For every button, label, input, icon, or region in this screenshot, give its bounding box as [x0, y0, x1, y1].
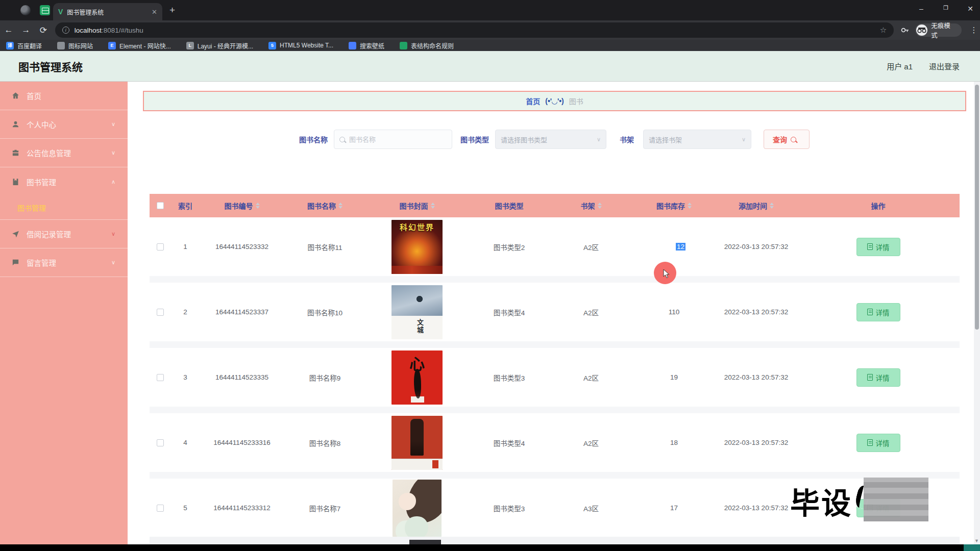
select-all-checkbox[interactable]: [157, 202, 164, 209]
cell-book-name: 图书名称10: [284, 307, 365, 317]
row-separator: [150, 276, 960, 283]
cell-book-name: 图书名称9: [284, 372, 365, 383]
row-checkbox[interactable]: [157, 505, 164, 512]
cell-index: 4: [171, 439, 200, 446]
screen: V 图书管理系统 ✕ + – ❐ ✕ ← → ⟳ i localhost :80…: [0, 0, 980, 551]
url-host: localhost: [75, 27, 102, 34]
window-minimize-button[interactable]: –: [914, 5, 929, 13]
bookmark-icon-site[interactable]: 图标网站: [57, 41, 93, 50]
document-icon: [867, 439, 873, 446]
page-scrollbar[interactable]: ▼: [974, 82, 980, 544]
detail-button[interactable]: 详情: [856, 238, 900, 256]
scrollbar-down-arrow-icon[interactable]: ▼: [974, 538, 979, 543]
pinned-tab-sheets-icon[interactable]: [40, 5, 50, 15]
bookmark-icon: 5: [268, 42, 276, 49]
url-path: :8081/#/tushu: [102, 27, 143, 34]
cell-book-type: 图书类型4: [469, 438, 550, 448]
book-name-input[interactable]: [349, 136, 447, 143]
column-header-book-name[interactable]: 图书名称: [284, 201, 365, 211]
column-header-book-no[interactable]: 图书编号: [200, 201, 284, 211]
site-info-icon[interactable]: i: [62, 27, 69, 34]
logout-link[interactable]: 退出登录: [929, 61, 960, 71]
table-row: 2 16444114523337 图书名称10 文城 图书类型4 A2区 110…: [150, 283, 960, 341]
reload-button[interactable]: ⟳: [35, 25, 52, 36]
incognito-label: 无痕模式: [931, 20, 957, 40]
sidebar-item-book-management[interactable]: 图书管理 ∧: [0, 167, 128, 196]
sidebar-item-borrow-records[interactable]: 借阅记录管理 ∨: [0, 220, 128, 248]
bookmark-baidu-translate[interactable]: 译 百度翻译: [6, 41, 42, 50]
bookmark-icon: E: [108, 42, 116, 49]
table-row: 1 16444114523332 图书名称11 科幻世界 图书类型2 A2区 1…: [150, 217, 960, 276]
pinned-tab-globe-icon[interactable]: [20, 5, 31, 15]
sidebar-item-home[interactable]: 首页: [0, 82, 128, 110]
cell-add-time: 2022-03-13 20:57:32: [716, 439, 797, 446]
row-checkbox[interactable]: [157, 439, 164, 446]
bookmark-table-naming-rules[interactable]: 表结构命名规则: [400, 41, 454, 50]
sidebar-item-announcement-management[interactable]: 公告信息管理 ∨: [0, 139, 128, 167]
cell-book-no: 16444114523332: [200, 243, 284, 251]
browser-tab-active[interactable]: V 图书管理系统 ✕: [53, 3, 162, 20]
cell-stock: 12: [632, 243, 716, 251]
bookmarks-bar: 译 百度翻译 图标网站 E Element - 网站快... L Layui -…: [0, 40, 980, 51]
sidebar-subitem-book-management[interactable]: 图书管理: [0, 196, 128, 220]
breadcrumb: 首页 (•'◡'•) 图书: [143, 91, 966, 111]
search-icon: [339, 137, 345, 142]
column-header-stock[interactable]: 图书库存: [632, 201, 716, 211]
book-name-label: 图书名称: [299, 134, 328, 144]
password-key-icon[interactable]: [900, 25, 910, 35]
column-header-index[interactable]: 索引: [171, 201, 200, 211]
bookmark-wallpaper-search[interactable]: 搜索壁纸: [349, 41, 384, 50]
detail-button[interactable]: 详情: [856, 368, 900, 387]
bookmark-star-icon[interactable]: ☆: [880, 26, 887, 35]
sort-carets-icon[interactable]: [770, 203, 774, 209]
cell-book-type: 图书类型3: [469, 372, 550, 383]
forward-button[interactable]: →: [17, 25, 35, 35]
book-name-field[interactable]: [334, 130, 452, 149]
cell-book-no: 16444114523337: [200, 308, 284, 316]
document-icon: [867, 309, 873, 315]
column-header-cover[interactable]: 图书封面: [365, 201, 469, 211]
sort-carets-icon[interactable]: [598, 203, 602, 209]
bookmark-element-ui[interactable]: E Element - 网站快...: [108, 41, 171, 50]
watermark-text: 毕设: [790, 480, 852, 522]
sidebar-item-message-management[interactable]: 留言管理 ∨: [0, 248, 128, 277]
window-restore-button[interactable]: ❐: [938, 5, 953, 11]
row-checkbox[interactable]: [157, 243, 164, 251]
address-bar[interactable]: i localhost :8081/#/tushu ☆: [55, 22, 894, 38]
row-checkbox[interactable]: [157, 374, 164, 381]
column-header-shelf[interactable]: 书架: [550, 201, 632, 211]
sidebar: 首页 个人中心 ∨ 公告信息管理 ∨ 图书管理 ∧ 图书管理 借阅记录管理 ∨ …: [0, 82, 128, 544]
shelf-select[interactable]: 请选择书架 ∨: [643, 130, 751, 149]
cell-shelf: A2区: [550, 307, 632, 317]
scrollbar-thumb[interactable]: [975, 85, 979, 330]
bottom-bar: [0, 544, 980, 551]
browser-menu-icon[interactable]: ⋮: [968, 26, 980, 35]
chevron-down-icon: ∨: [742, 136, 746, 143]
sort-carets-icon[interactable]: [338, 203, 342, 209]
search-button[interactable]: 查询: [764, 130, 810, 149]
breadcrumb-home-link[interactable]: 首页: [526, 96, 540, 106]
bottom-teal-block: [964, 544, 980, 551]
column-header-add-time[interactable]: 添加时间: [716, 201, 797, 211]
detail-button[interactable]: 详情: [856, 303, 900, 321]
window-close-button[interactable]: ✕: [963, 5, 978, 13]
shelf-label: 书架: [620, 134, 634, 144]
cell-stock: 17: [632, 504, 716, 512]
bookmark-html5-template[interactable]: 5 HTML5 Website T...: [268, 42, 333, 49]
tab-close-icon[interactable]: ✕: [152, 8, 157, 16]
sort-carets-icon[interactable]: [688, 203, 692, 209]
sort-carets-icon[interactable]: [256, 203, 260, 209]
detail-button[interactable]: 详情: [856, 434, 900, 452]
book-cover: [409, 540, 441, 544]
book-cover: [391, 416, 443, 470]
sidebar-item-personal-center[interactable]: 个人中心 ∨: [0, 110, 128, 139]
back-button[interactable]: ←: [0, 25, 17, 35]
book-type-select[interactable]: 请选择图书类型 ∨: [495, 130, 606, 149]
sort-carets-icon[interactable]: [431, 203, 435, 209]
bookmark-layui[interactable]: L Layui - 经典开源模...: [186, 41, 253, 50]
new-tab-button[interactable]: +: [169, 5, 175, 16]
column-header-type[interactable]: 图书类型: [469, 201, 550, 211]
row-checkbox[interactable]: [157, 309, 164, 316]
filter-row: 图书名称 图书类型 请选择图书类型 ∨ 书架 请选择书架 ∨ 查询: [299, 129, 810, 149]
incognito-badge[interactable]: 无痕模式: [915, 23, 962, 37]
